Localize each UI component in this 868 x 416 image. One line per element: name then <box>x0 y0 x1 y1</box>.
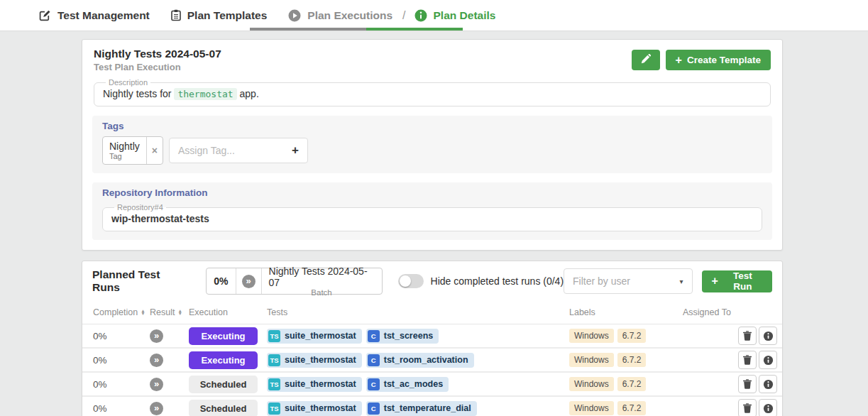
execution-status-badge: Executing <box>189 327 258 345</box>
test-run-row: 0% » Scheduled TS suite_thermostat C tst… <box>82 373 782 397</box>
tab-plan-details[interactable]: Plan Details <box>414 9 496 22</box>
add-test-run-button[interactable]: + Test Run <box>702 270 772 292</box>
suite-name: suite_thermostat <box>285 331 356 341</box>
tab-label: Plan Templates <box>187 9 268 22</box>
info-button[interactable] <box>759 351 777 369</box>
repository-legend: Repository#4 <box>114 203 166 212</box>
case-chip[interactable]: C tst_room_activation <box>366 353 474 368</box>
test-case-icon: C <box>368 378 380 390</box>
sort-down-icon: ▼ <box>141 312 145 315</box>
case-chip[interactable]: C tst_screens <box>366 329 439 344</box>
filter-by-user-select[interactable]: Filter by user ▾ <box>564 268 692 294</box>
batch-summary-widget[interactable]: 0% » Nightly Tests 2024-05-07 Batch <box>206 268 382 295</box>
execution-status-badge: Scheduled <box>189 376 258 393</box>
batch-completion: 0% <box>207 268 236 294</box>
tag-chip-nightly: Nightly Tag × <box>102 136 163 165</box>
info-button[interactable] <box>759 375 777 393</box>
test-run-row: 0% » Executing TS suite_thermostat C tst… <box>82 349 782 373</box>
column-header-tests: Tests <box>267 307 569 317</box>
trash-icon <box>743 379 752 389</box>
label-chip: Windows <box>569 401 614 415</box>
trash-icon <box>743 355 752 365</box>
delete-button[interactable] <box>738 375 757 393</box>
description-text: Nightly tests for thermostat app. <box>103 88 762 99</box>
column-header-result[interactable]: Result ▲▼ <box>150 307 189 317</box>
batch-subtitle: Batch <box>311 288 331 297</box>
plan-subtitle: Test Plan Execution <box>94 62 221 72</box>
clipboard-icon <box>171 9 181 21</box>
suite-chip[interactable]: TS suite_thermostat <box>267 401 362 416</box>
create-template-button[interactable]: + Create Template <box>666 50 771 70</box>
case-chip[interactable]: C tst_temperature_dial <box>366 401 477 416</box>
repository-field[interactable]: Repository#4 wip-thermostat-tests <box>102 203 762 231</box>
column-label: Execution <box>189 307 228 317</box>
suite-chip[interactable]: TS suite_thermostat <box>267 377 362 392</box>
hide-completed-toggle[interactable] <box>398 274 424 288</box>
sort-icon[interactable]: ▲▼ <box>141 310 145 314</box>
result-chevrons-icon[interactable]: » <box>150 378 163 391</box>
info-icon <box>763 403 774 414</box>
tag-type-label: Tag <box>109 152 140 160</box>
tab-plan-templates[interactable]: Plan Templates <box>171 9 268 22</box>
completion-value: 0% <box>93 403 150 414</box>
label-chip: 6.7.2 <box>617 329 647 343</box>
description-text-before: Nightly tests for <box>103 88 171 99</box>
tags-heading: Tags <box>102 121 762 131</box>
column-header-completion[interactable]: Completion ▲▼ <box>93 307 150 317</box>
info-button[interactable] <box>759 399 777 416</box>
tab-label: Plan Executions <box>307 9 392 22</box>
test-case-icon: C <box>368 403 380 415</box>
tab-plan-executions[interactable]: Plan Executions <box>288 9 392 22</box>
description-code: thermostat <box>174 88 236 100</box>
description-field[interactable]: Description Nightly tests for thermostat… <box>94 78 771 106</box>
tab-test-management[interactable]: Test Management <box>39 9 150 22</box>
play-circle-icon <box>288 9 301 22</box>
assign-tag-input[interactable]: Assign Tag... + <box>169 138 308 163</box>
result-chevrons-icon[interactable]: » <box>150 329 163 343</box>
result-chevrons-icon[interactable]: » <box>150 354 163 367</box>
create-template-label: Create Template <box>687 55 761 65</box>
test-suite-icon: TS <box>268 378 280 390</box>
info-button[interactable] <box>759 327 777 345</box>
expand-batch-icon[interactable]: » <box>242 275 256 288</box>
info-icon <box>763 379 774 390</box>
execution-status-badge: Scheduled <box>189 400 258 416</box>
label-chip: 6.7.2 <box>617 401 647 415</box>
label-chip: Windows <box>569 329 614 343</box>
test-suite-icon: TS <box>268 354 280 366</box>
remove-tag-button[interactable]: × <box>146 137 163 164</box>
sort-icon[interactable]: ▲▼ <box>177 310 182 314</box>
add-tag-button[interactable]: + <box>292 143 299 158</box>
plan-header: Nightly Tests 2024-05-07 Test Plan Execu… <box>82 40 782 78</box>
plan-details-card: Nightly Tests 2024-05-07 Test Plan Execu… <box>82 39 783 251</box>
completion-value: 0% <box>93 355 150 366</box>
suite-chip[interactable]: TS suite_thermostat <box>267 329 362 344</box>
info-icon <box>763 331 774 341</box>
suite-name: suite_thermostat <box>285 379 356 389</box>
completion-value: 0% <box>93 331 150 341</box>
tag-value: Nightly <box>109 141 140 152</box>
column-header-labels: Labels <box>569 307 683 317</box>
description-text-after: app. <box>240 88 259 99</box>
test-run-row: 0% » Executing TS suite_thermostat C tst… <box>82 324 782 349</box>
top-navigation: Test Management Plan Templates Plan Exec… <box>0 0 868 31</box>
test-runs-header: Planned Test Runs 0% » Nightly Tests 202… <box>82 261 782 301</box>
case-name: tst_room_activation <box>384 355 468 365</box>
repository-value: wip-thermostat-tests <box>111 213 753 224</box>
column-header-assigned-to: Assigned To <box>683 306 738 319</box>
delete-button[interactable] <box>738 327 757 345</box>
suite-chip[interactable]: TS suite_thermostat <box>267 353 362 368</box>
case-chip[interactable]: C tst_ac_modes <box>366 377 449 392</box>
filter-placeholder: Filter by user <box>573 275 630 287</box>
delete-button[interactable] <box>738 399 757 416</box>
edit-plan-button[interactable] <box>632 50 660 70</box>
column-label: Tests <box>267 307 287 317</box>
pencil-icon <box>641 54 651 66</box>
delete-button[interactable] <box>738 351 757 369</box>
test-case-icon: C <box>368 354 380 366</box>
trash-icon <box>743 331 752 341</box>
suite-name: suite_thermostat <box>285 355 356 365</box>
repository-heading: Repository Information <box>102 187 762 198</box>
completion-value: 0% <box>93 379 150 390</box>
result-chevrons-icon[interactable]: » <box>150 402 163 415</box>
